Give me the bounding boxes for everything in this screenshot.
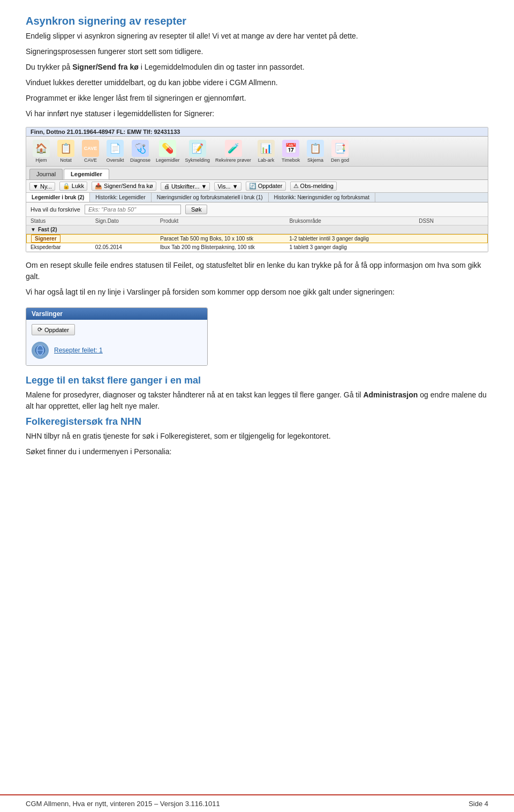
lem-tab-naering-hist[interactable]: Historikk: Næringsmidler og forbruksmat <box>269 193 375 202</box>
notat-icon: 📋 <box>57 140 74 157</box>
toolbar-btn-diagnose[interactable]: 🩺 Diagnose <box>128 139 153 164</box>
row2-bruk: 1 tablett 3 ganger daglig <box>289 244 419 250</box>
legemidler-tabs: Legemidler i bruk (2) Historikk: Legemid… <box>26 193 488 202</box>
footer-left-text: CGM Allmenn, Hva er nytt, vinteren 2015 … <box>26 800 220 808</box>
row1-bruk: 1-2 tabletter inntil 3 ganger daglig <box>289 236 418 242</box>
btn-oppdater[interactable]: 🔄 Oppdater <box>246 182 286 191</box>
row2-dato: 02.05.2014 <box>95 244 160 250</box>
section-heading-legge: Legge til en takst flere ganger i en mal <box>26 375 488 386</box>
paragraph-5: Programmet er ikke lenger låst frem til … <box>26 93 488 104</box>
hjem-label: Hjem <box>35 157 47 163</box>
app-screenshot: Finn, Dottno 21.01.1964-48947 FL: EMW Tl… <box>26 127 488 252</box>
paragraph-2: Signeringsprosessen fungerer stort sett … <box>26 46 488 57</box>
tab-journal[interactable]: Journal <box>29 169 63 179</box>
patient-info: Finn, Dottno 21.01.1964-48947 FL: EMW Tl… <box>31 129 180 135</box>
group-fast-label: Fast (2) <box>38 227 57 232</box>
btn-vis[interactable]: Vis... ▼ <box>214 182 241 191</box>
toolbar-btn-legemidler[interactable]: 💊 Legemidler <box>154 139 182 164</box>
paragraph-3: Du trykker på Signer/Send fra kø i Legem… <box>26 62 488 73</box>
toolbar-btn-timebok[interactable]: 📅 Timebok <box>279 139 303 164</box>
rekvirere-icon: 🧪 <box>225 140 242 157</box>
toolbar-btn-hjem[interactable]: 🏠 Hjem <box>29 139 53 164</box>
btn-signer-send[interactable]: 📤 Signer/Send fra kø <box>92 182 156 191</box>
tab-legemidler[interactable]: Legemidler <box>64 169 109 179</box>
labaark-icon: 📊 <box>258 140 275 157</box>
timebok-label: Timebok <box>282 157 300 163</box>
table-header: Status Sign.Dato Produkt Bruksområde DSS… <box>26 217 488 225</box>
paragraph-8: Vi har også lagt til en ny linje i Varsl… <box>26 287 488 298</box>
toolbar-btn-sykmelding[interactable]: 📝 Sykmelding <box>183 139 213 164</box>
varslinger-header: Varslinger <box>26 308 207 320</box>
sykmelding-icon: 📝 <box>189 140 206 157</box>
btn-ny[interactable]: ▼ Ny... <box>29 182 55 191</box>
para-legge-bold: Administrasjon <box>363 390 418 399</box>
secondary-toolbar: ▼ Ny... 🔒 Lukk 📤 Signer/Send fra kø 🖨 Ut… <box>26 180 488 193</box>
toolbar-btn-notat[interactable]: 📋 Notat <box>54 139 78 164</box>
group-header-fast: ▼ Fast (2) <box>26 225 488 234</box>
table-row-2[interactable]: Ekspederbar 02.05.2014 Ibux Tab 200 mg B… <box>26 243 488 252</box>
signerer-badge: Signerer <box>31 235 61 243</box>
para3-bold: Signer/Send fra kø <box>72 63 139 71</box>
skjema-label: Skjema <box>307 157 323 163</box>
paragraph-4: Vinduet lukkes deretter umiddelbart, og … <box>26 77 488 88</box>
varslinger-oppdater-button[interactable]: ⟳ Oppdater <box>32 324 75 335</box>
footer-page: Side 4 <box>468 800 488 808</box>
search-button[interactable]: Søk <box>185 205 208 214</box>
paragraph-6: Vi har innført nye statuser i legemiddel… <box>26 108 488 119</box>
para-legge-pre: Malene for prosedyrer, diagnoser og taks… <box>26 390 363 399</box>
row2-produkt: Ibux Tab 200 mg Blisterpakning, 100 stk <box>160 244 290 250</box>
paragraph-7: Om en resept skulle feile endres statuse… <box>26 260 488 282</box>
skjema-icon: 📋 <box>307 140 324 157</box>
cave-icon: CAVE <box>82 140 99 157</box>
toolbar-btn-rekvirere[interactable]: 🧪 Rekvirere prøver <box>213 139 253 164</box>
toolbar-btn-skjema[interactable]: 📋 Skjema <box>304 139 327 164</box>
lem-tab-naering-bruk[interactable]: Næringsmidler og forbruksmateriell i bru… <box>152 193 269 202</box>
toolbar-btn-dengod[interactable]: 📑 Den god <box>328 139 352 164</box>
labaark-label: Lab-ark <box>258 157 275 163</box>
section-heading-folke: Folkeregistersøk fra NHN <box>26 416 488 427</box>
col-produkt: Produkt <box>160 218 290 224</box>
btn-utskrifter[interactable]: 🖨 Utskrifter... ▼ <box>161 182 210 191</box>
search-input[interactable] <box>85 205 181 214</box>
btn-obs-melding[interactable]: ⚠ Obs-melding <box>290 182 337 191</box>
lem-tab-historikk[interactable]: Historikk: Legemidler <box>90 193 151 202</box>
dengod-icon: 📑 <box>331 140 349 157</box>
col-dato: Sign.Dato <box>95 218 160 224</box>
main-tabs: Journal Legemidler <box>26 167 488 180</box>
diagnose-icon: 🩺 <box>132 140 149 157</box>
cave-label: CAVE <box>84 157 97 163</box>
legemidler-icon: 💊 <box>159 140 176 157</box>
timebok-icon: 📅 <box>282 140 299 157</box>
sykmelding-label: Sykmelding <box>185 157 210 163</box>
legemidler-label: Legemidler <box>156 157 180 163</box>
app-toolbar: 🏠 Hjem 📋 Notat CAVE CAVE 📄 Oversikt 🩺 Di… <box>26 137 488 167</box>
col-dssn: DSSN <box>419 218 483 224</box>
row1-produkt: Paracet Tab 500 mg Boks, 10 x 100 stk <box>160 236 289 242</box>
footer: CGM Allmenn, Hva er nytt, vinteren 2015 … <box>0 794 514 812</box>
toolbar-btn-oversikt[interactable]: 📄 Oversikt <box>103 139 127 164</box>
diagnose-label: Diagnose <box>130 157 150 163</box>
search-row-label: Hva vil du forskrive <box>31 206 80 213</box>
section-heading-1: Asynkron signering av resepter <box>26 15 488 27</box>
toolbar-btn-cave[interactable]: CAVE CAVE <box>79 139 102 164</box>
paragraph-legge: Malene for prosedyrer, diagnoser og taks… <box>26 389 488 412</box>
row2-status: Ekspederbar <box>31 244 95 250</box>
row1-status: Signerer <box>31 236 96 242</box>
para3-post: i Legemiddelmodulen din og taster inn pa… <box>139 63 305 71</box>
lem-tab-bruk[interactable]: Legemidler i bruk (2) <box>26 193 90 202</box>
oppdater-label: Oppdater <box>44 327 69 333</box>
paragraph-folke-2: Søket finner du i undermenyen i Personal… <box>26 446 488 457</box>
toolbar-btn-labaark[interactable]: 📊 Lab-ark <box>254 139 278 164</box>
patient-bar: Finn, Dottno 21.01.1964-48947 FL: EMW Tl… <box>26 127 488 137</box>
col-bruk: Bruksområde <box>289 218 419 224</box>
notat-label: Notat <box>60 157 72 163</box>
dengod-label: Den god <box>331 157 349 163</box>
varslinger-body: ⟳ Oppdater Resepter feilet: 1 <box>26 320 207 365</box>
resepter-row: Resepter feilet: 1 <box>32 340 202 361</box>
refresh-icon: ⟳ <box>37 326 42 333</box>
paragraph-folke: NHN tilbyr nå en gratis tjeneste for søk… <box>26 431 488 442</box>
btn-lukk[interactable]: 🔒 Lukk <box>59 182 87 191</box>
resepter-feilet-link[interactable]: Resepter feilet: 1 <box>54 347 103 354</box>
table-row-1[interactable]: Signerer Paracet Tab 500 mg Boks, 10 x 1… <box>26 234 488 243</box>
col-status: Status <box>31 218 95 224</box>
